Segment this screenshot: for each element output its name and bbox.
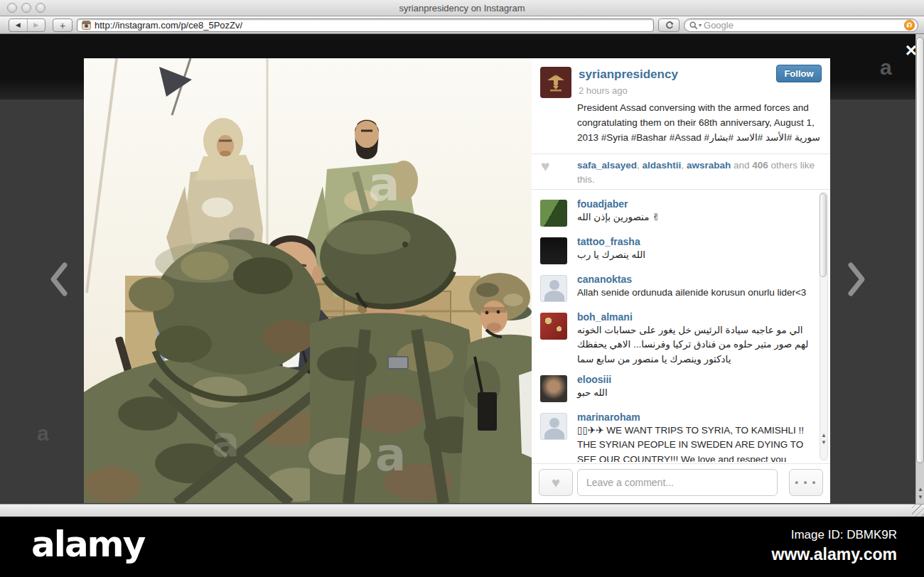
address-bar[interactable]: http://instagram.com/p/ce8_5PozZv/ <box>77 18 654 32</box>
commenter-username-link[interactable]: boh_almani <box>577 311 812 323</box>
likes-heart-icon: ♥ <box>541 158 549 175</box>
comment-input[interactable] <box>577 469 778 496</box>
instagram-favicon <box>82 21 91 30</box>
commenter-avatar[interactable] <box>540 313 567 340</box>
commenter-username-link[interactable]: tattoo_frasha <box>577 235 812 248</box>
commenter-username-link[interactable]: fouadjaber <box>577 198 812 210</box>
next-photo-arrow[interactable] <box>846 261 867 297</box>
alamy-logo: alamy <box>31 524 144 565</box>
search-icon <box>689 21 698 30</box>
search-options-caret[interactable]: ▾ <box>699 22 702 28</box>
image-id-label: Image ID: DBMK9R <box>791 528 897 542</box>
alamy-watermark-letter: a <box>37 421 49 446</box>
alamy-watermark-bar: alamy Image ID: DBMK9R www.alamy.com <box>0 517 924 577</box>
snapback-icon[interactable] <box>904 20 915 31</box>
history-nav-group: ◀ ▶ <box>9 18 45 32</box>
comment-row: marinaroham ▯▯✈✈ WE WANT TRIPS TO SYRIA,… <box>540 411 812 462</box>
commenter-avatar[interactable] <box>540 375 567 402</box>
comment-row: fouadjaber ✌ منصورين بإذن الله <box>540 198 812 229</box>
comment-row: cananoktas Allah senide ordunuda ailenid… <box>540 273 812 304</box>
reload-icon <box>665 21 674 30</box>
alamy-watermark-letter: a <box>880 55 892 80</box>
comment-text: ✌ منصورين بإذن الله <box>577 210 812 225</box>
comment-text: ▯▯✈✈ WE WANT TRIPS TO SYRIA, TO KAMISHLI… <box>577 424 812 462</box>
new-tab-button[interactable]: + <box>53 18 72 32</box>
svg-text:a: a <box>375 428 406 481</box>
post-username-link[interactable]: syrianpresidency <box>579 68 678 82</box>
divider <box>532 153 830 154</box>
comments-list[interactable]: fouadjaber ✌ منصورين بإذن الله tattoo_fr… <box>532 190 830 462</box>
svg-text:a: a <box>212 418 240 466</box>
resize-grip[interactable] <box>912 505 924 517</box>
commenter-avatar[interactable] <box>540 275 567 302</box>
likes-summary: safa_alsayed, aldashtii, awsrabah and 40… <box>577 158 822 186</box>
commenter-avatar[interactable] <box>540 237 567 264</box>
forward-button[interactable]: ▶ <box>28 19 45 31</box>
liker-link[interactable]: aldashtii <box>643 160 682 171</box>
chevron-left-icon <box>48 261 70 297</box>
syrian-eagle-emblem-icon <box>545 72 566 93</box>
status-bar <box>0 504 924 517</box>
scrollbar-thumb[interactable] <box>916 37 924 463</box>
search-input[interactable] <box>704 20 904 31</box>
page-backdrop: a a <box>0 34 924 504</box>
url-input[interactable]: http://instagram.com/p/ce8_5PozZv/ <box>95 20 242 31</box>
comment-text: الله ينصرك يا رب <box>577 248 812 262</box>
liker-link[interactable]: safa_alsayed <box>577 160 637 171</box>
liker-link[interactable]: awsrabah <box>687 160 731 171</box>
likes-separator: , <box>637 160 643 171</box>
comment-composer: ♥ • • • <box>532 469 830 503</box>
comment-row: tattoo_frasha الله ينصرك يا رب <box>540 235 812 266</box>
commenter-username-link[interactable]: cananoktas <box>577 273 812 286</box>
photo-illustration: a a <box>84 58 532 503</box>
window-title: syrianpresidency on Instagram <box>0 3 924 14</box>
scrollbar-thumb[interactable] <box>820 193 827 277</box>
scrollbar-arrows[interactable]: ▲▼ <box>820 432 828 446</box>
likes-count: 406 <box>752 160 768 171</box>
browser-toolbar: ◀ ▶ + http://instagram.com/p/ce8_5PozZv/… <box>0 16 924 34</box>
follow-button[interactable]: Follow <box>776 65 822 82</box>
commenter-avatar[interactable] <box>540 200 567 227</box>
comments-scrollbar[interactable]: ▲▼ <box>820 192 828 460</box>
comment-text: الي مو عاجبه سيادة الرئيس خل يغور على حس… <box>577 323 812 367</box>
post-author-avatar[interactable] <box>540 67 571 98</box>
title-bar: syrianpresidency on Instagram <box>0 0 924 16</box>
divider <box>532 189 830 190</box>
likes-separator: , <box>681 160 687 171</box>
comment-text: Allah senide ordunuda ailenide korusun o… <box>577 286 812 300</box>
post-panel: syrianpresidency 2 hours ago Follow Pres… <box>532 58 830 503</box>
search-bar[interactable]: ▾ <box>684 18 918 32</box>
comment-text: الله حبو <box>577 386 812 400</box>
comment-row: eloosiii الله حبو <box>540 373 812 404</box>
post-timestamp: 2 hours ago <box>579 85 628 96</box>
comment-row: boh_almani الي مو عاجبه سيادة الرئيس خل … <box>540 311 812 367</box>
post-photo: a a <box>84 58 532 503</box>
divider <box>532 463 830 464</box>
chevron-right-icon <box>846 261 867 297</box>
scrollbar-arrows[interactable]: ▲▼ <box>916 485 924 501</box>
likes-and: and <box>731 160 752 171</box>
commenter-username-link[interactable]: marinaroham <box>577 411 812 424</box>
more-options-button[interactable]: • • • <box>789 469 823 496</box>
back-button[interactable]: ◀ <box>9 19 28 31</box>
browser-window: syrianpresidency on Instagram ◀ ▶ + http… <box>0 0 924 517</box>
commenter-avatar[interactable] <box>540 413 567 440</box>
post-caption: President Assad conversing with the arme… <box>577 101 823 146</box>
alamy-site-url: www.alamy.com <box>772 545 897 564</box>
window-scrollbar[interactable]: ▲▼ <box>915 34 924 504</box>
commenter-username-link[interactable]: eloosiii <box>577 373 812 386</box>
reload-button[interactable] <box>658 18 679 32</box>
previous-photo-arrow[interactable] <box>48 261 70 297</box>
svg-text:a: a <box>368 157 400 212</box>
like-button[interactable]: ♥ <box>539 469 573 496</box>
